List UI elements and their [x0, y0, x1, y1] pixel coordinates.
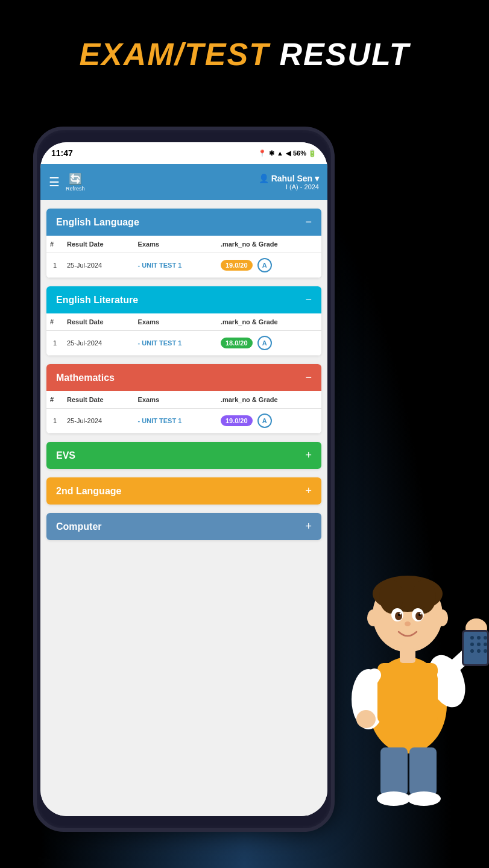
phone-screen: 11:47 📍 ✱ ▲ ◀ 56% 🔋 ☰ 🔄 Refresh 👤 [40, 142, 327, 816]
table-row: 1 25-Jul-2024 - UNIT TEST 1 19.0/20 A [46, 409, 321, 433]
app-header: ☰ 🔄 Refresh 👤 Rahul Sen ▾ I (A) - 2024 [40, 164, 327, 200]
subject-name-computer: Computer [56, 521, 102, 532]
svg-rect-3 [377, 663, 438, 723]
svg-point-36 [484, 649, 487, 653]
svg-rect-19 [400, 648, 415, 663]
svg-point-14 [400, 613, 402, 615]
bluetooth-icon: ✱ [269, 149, 274, 157]
status-bar: 11:47 📍 ✱ ▲ ◀ 56% 🔋 [40, 142, 327, 164]
row-num: 1 [46, 331, 63, 356]
col-num-1: # [46, 236, 63, 253]
mark-grade-cell: 18.0/20 A [221, 336, 318, 350]
col-exams-1: Exams [134, 236, 217, 253]
battery-label: 56% 🔋 [293, 149, 317, 157]
col-date-3: Result Date [63, 391, 134, 409]
content-area: English Language − # Result Date Exams .… [40, 200, 327, 816]
svg-point-11 [415, 612, 423, 620]
refresh-button[interactable]: 🔄 Refresh [66, 172, 85, 192]
grade-badge: A [257, 414, 272, 428]
svg-point-28 [470, 636, 474, 640]
row-num: 1 [46, 253, 63, 278]
col-mark-3: .mark_no & Grade [217, 391, 321, 409]
row-exam: - UNIT TEST 1 [134, 409, 217, 433]
row-date: 25-Jul-2024 [63, 331, 134, 356]
subject-header-computer[interactable]: Computer + [46, 513, 321, 540]
exam-link[interactable]: - UNIT TEST 1 [138, 339, 182, 347]
svg-rect-22 [380, 747, 408, 796]
col-date-1: Result Date [63, 236, 134, 253]
result-table-english-language: # Result Date Exams .mark_no & Grade 1 2… [46, 236, 321, 278]
subject-computer: Computer + [46, 513, 321, 540]
col-num-2: # [46, 313, 63, 331]
col-mark-1: .mark_no & Grade [217, 236, 321, 253]
svg-point-30 [484, 636, 487, 640]
refresh-icon: 🔄 [69, 172, 82, 186]
toggle-mathematics[interactable]: − [305, 371, 312, 384]
svg-point-10 [395, 612, 402, 620]
status-icons: 📍 ✱ ▲ ◀ 56% 🔋 [258, 149, 317, 157]
header-left: ☰ 🔄 Refresh [49, 172, 85, 192]
svg-point-16 [405, 621, 411, 626]
svg-point-17 [367, 609, 379, 626]
row-mark: 19.0/20 A [217, 409, 321, 433]
toggle-evs[interactable]: + [305, 449, 312, 462]
refresh-label: Refresh [66, 186, 85, 192]
table-row: 1 25-Jul-2024 - UNIT TEST 1 19.0/20 A [46, 253, 321, 278]
subject-header-mathematics[interactable]: Mathematics − [46, 364, 321, 391]
result-table-english-literature: # Result Date Exams .mark_no & Grade 1 2… [46, 313, 321, 356]
exam-link[interactable]: - UNIT TEST 1 [138, 417, 182, 424]
grade-badge: A [257, 258, 272, 272]
subject-name-mathematics: Mathematics [56, 373, 115, 383]
phone-device: 11:47 📍 ✱ ▲ ◀ 56% 🔋 ☰ 🔄 Refresh 👤 [33, 127, 335, 832]
subject-english-literature: English Literature − # Result Date Exams… [46, 286, 321, 356]
col-date-2: Result Date [63, 313, 134, 331]
exam-link[interactable]: - UNIT TEST 1 [138, 262, 182, 269]
location-icon: 📍 [258, 149, 267, 157]
grade-badge: A [257, 336, 272, 350]
row-exam: - UNIT TEST 1 [134, 253, 217, 278]
svg-point-25 [407, 791, 441, 806]
svg-point-24 [377, 791, 411, 806]
row-date: 25-Jul-2024 [63, 409, 134, 433]
subject-evs: EVS + [46, 442, 321, 469]
hamburger-menu[interactable]: ☰ [49, 175, 60, 189]
svg-point-33 [484, 643, 487, 646]
mark-badge: 18.0/20 [221, 338, 253, 348]
subject-name-english-literature: English Literature [56, 295, 138, 306]
subject-name-2nd-language: 2nd Language [56, 486, 121, 497]
subject-english-language: English Language − # Result Date Exams .… [46, 209, 321, 278]
toggle-2nd-language[interactable]: + [305, 485, 312, 497]
subject-header-evs[interactable]: EVS + [46, 442, 321, 469]
svg-point-18 [436, 609, 448, 626]
svg-rect-23 [409, 747, 437, 796]
mark-badge: 19.0/20 [221, 260, 253, 271]
toggle-english-literature[interactable]: − [305, 294, 312, 306]
title-result: RESULT [270, 37, 410, 72]
col-exams-2: Exams [134, 313, 217, 331]
table-row: 1 25-Jul-2024 - UNIT TEST 1 18.0/20 A [46, 331, 321, 356]
page-title-area: EXAM/TEST RESULT [0, 36, 489, 72]
svg-point-31 [470, 643, 474, 646]
character-illustration [320, 476, 489, 808]
result-table-mathematics: # Result Date Exams .mark_no & Grade 1 2… [46, 391, 321, 433]
subject-header-english-literature[interactable]: English Literature − [46, 286, 321, 313]
wifi-icon: ▲ [277, 149, 283, 157]
svg-point-6 [379, 580, 403, 614]
svg-point-34 [470, 649, 474, 653]
col-mark-2: .mark_no & Grade [217, 313, 321, 331]
svg-point-21 [356, 710, 376, 728]
svg-rect-27 [464, 632, 487, 664]
toggle-computer[interactable]: + [305, 520, 312, 533]
header-right: 👤 Rahul Sen ▾ I (A) - 2024 [259, 174, 319, 190]
row-mark: 19.0/20 A [217, 253, 321, 278]
svg-point-35 [477, 649, 481, 653]
subject-header-2nd-language[interactable]: 2nd Language + [46, 477, 321, 505]
col-num-3: # [46, 391, 63, 409]
svg-point-29 [477, 636, 481, 640]
subject-2nd-language: 2nd Language + [46, 477, 321, 505]
user-name: 👤 Rahul Sen ▾ [259, 174, 319, 183]
user-class: I (A) - 2024 [259, 183, 319, 190]
col-exams-3: Exams [134, 391, 217, 409]
toggle-english-language[interactable]: − [305, 216, 312, 228]
subject-header-english-language[interactable]: English Language − [46, 209, 321, 236]
